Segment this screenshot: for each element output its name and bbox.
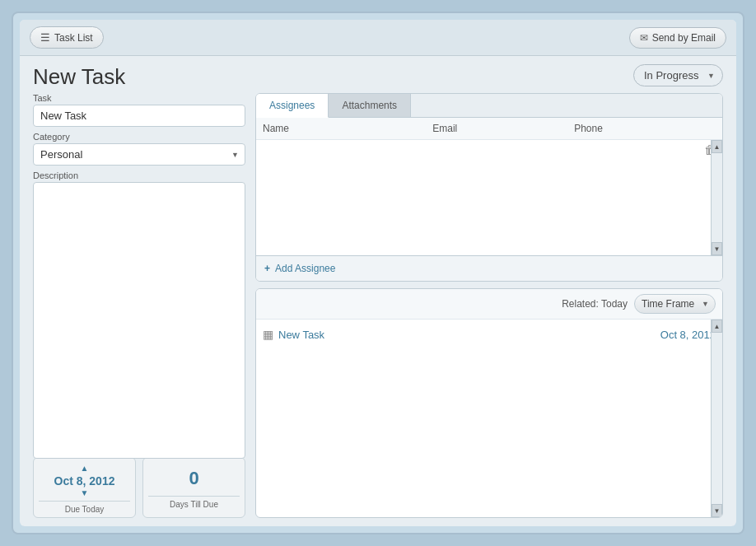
task-input[interactable] — [33, 105, 245, 127]
add-assignee-label: Add Assignee — [275, 263, 335, 274]
add-assignee-bar[interactable]: + Add Assignee — [256, 255, 722, 281]
related-header: Related: Today Time Frame Today This Wee… — [256, 289, 722, 320]
page-title: New Task — [33, 64, 125, 90]
assignees-table: Name Email Phone 🗑 ▲ — [256, 118, 722, 255]
category-field-group: Category Personal Work Other — [33, 132, 245, 166]
right-column: Assignees Attachments Name Email Phone — [255, 93, 723, 518]
description-label: Description — [33, 170, 245, 180]
main-content: New Task In Progress Not Started Complet… — [20, 56, 736, 526]
days-till-due-box: 0 Days Till Due — [142, 457, 245, 518]
send-email-button[interactable]: ✉ Send by Email — [629, 27, 726, 49]
due-date-value: Oct 8, 2012 — [54, 474, 115, 488]
toolbar: ☰ Task List ✉ Send by Email — [20, 20, 736, 56]
tab-assignees[interactable]: Assignees — [256, 94, 329, 118]
related-panel: Related: Today Time Frame Today This Wee… — [255, 288, 723, 518]
task-icon: ▦ — [263, 328, 273, 341]
due-date-arrows: ▲ — [81, 464, 89, 473]
date-boxes: ▲ Oct 8, 2012 ▼ Due Today 0 Days Till Du… — [33, 457, 245, 518]
table-body-inner: 🗑 — [256, 140, 722, 160]
col-phone: Phone — [574, 123, 716, 134]
due-date-up-arrow[interactable]: ▲ — [81, 464, 89, 473]
table-body: 🗑 ▲ ▼ — [256, 140, 722, 255]
task-field-group: Task — [33, 93, 245, 127]
tab-attachments[interactable]: Attachments — [329, 94, 411, 117]
related-scrollbar: ▲ ▼ — [711, 320, 722, 517]
two-column-layout: Task Category Personal Work Other — [20, 93, 736, 526]
related-item-left: ▦ New Task — [263, 328, 324, 341]
related-label: Related: Today — [562, 298, 628, 310]
outer-frame: ☰ Task List ✉ Send by Email New Task In … — [12, 12, 744, 534]
scrollbar-up[interactable]: ▲ — [712, 140, 722, 153]
timeframe-wrapper: Time Frame Today This Week This Month — [634, 294, 716, 314]
related-scrollbar-up[interactable]: ▲ — [712, 320, 722, 333]
col-email: Email — [432, 123, 574, 134]
tabs-panel: Assignees Attachments Name Email Phone — [255, 93, 723, 282]
due-date-box: ▲ Oct 8, 2012 ▼ Due Today — [33, 457, 136, 518]
plus-icon: + — [264, 263, 270, 274]
category-select[interactable]: Personal Work Other — [33, 143, 245, 166]
description-textarea[interactable] — [33, 182, 245, 459]
table-scrollbar: ▲ ▼ — [711, 140, 722, 255]
send-email-label: Send by Email — [652, 32, 716, 44]
left-column: Task Category Personal Work Other — [33, 93, 255, 518]
due-date-label: Due Today — [39, 501, 130, 514]
related-scrollbar-down[interactable]: ▼ — [712, 504, 722, 517]
scrollbar-down[interactable]: ▼ — [712, 242, 722, 255]
status-wrapper: In Progress Not Started Completed Deferr… — [633, 64, 723, 86]
related-item-date: Oct 8, 2012 — [660, 329, 716, 341]
task-label: Task — [33, 93, 245, 103]
table-header-row: Name Email Phone — [256, 118, 722, 140]
timeframe-select[interactable]: Time Frame Today This Week This Month — [634, 294, 716, 314]
days-till-due-value: 0 — [189, 468, 198, 489]
task-list-label: Task List — [54, 32, 93, 44]
description-field-group: Description — [33, 170, 245, 447]
category-wrapper: Personal Work Other — [33, 143, 245, 166]
task-list-button[interactable]: ☰ Task List — [30, 26, 104, 49]
page-header: New Task In Progress Not Started Complet… — [20, 56, 736, 93]
col-name: Name — [263, 123, 432, 134]
due-date-down-arrow[interactable]: ▼ — [81, 489, 89, 497]
related-body: ▦ New Task Oct 8, 2012 ▲ ▼ — [256, 320, 722, 517]
related-item: ▦ New Task Oct 8, 2012 — [263, 324, 716, 344]
related-item-name[interactable]: New Task — [278, 329, 324, 341]
due-date-arrows-down: ▼ — [81, 489, 89, 497]
email-icon: ✉ — [640, 32, 648, 44]
list-icon: ☰ — [40, 31, 50, 44]
inner-frame: ☰ Task List ✉ Send by Email New Task In … — [20, 20, 736, 526]
tabs-header: Assignees Attachments — [256, 94, 722, 118]
status-select[interactable]: In Progress Not Started Completed Deferr… — [633, 64, 723, 86]
days-till-due-label: Days Till Due — [148, 496, 240, 509]
category-label: Category — [33, 132, 245, 142]
